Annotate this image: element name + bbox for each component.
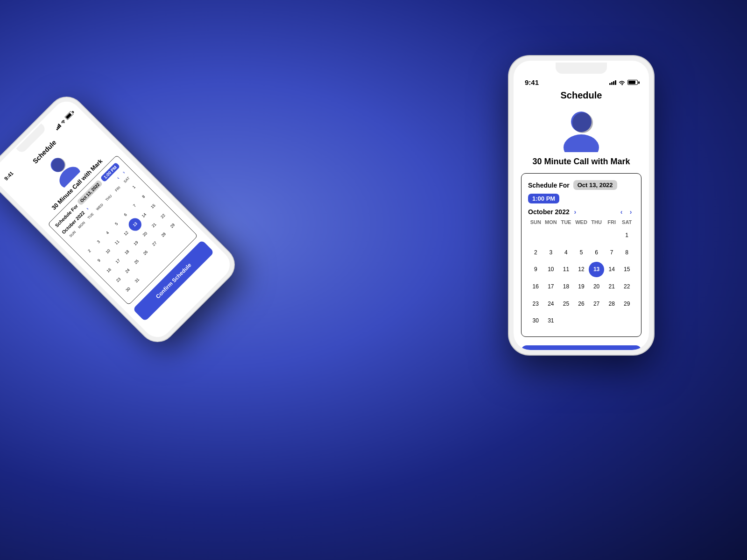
cal-cell-18-f[interactable]: 18 [558,279,574,294]
calendar-header-front: SUN MON TUE WED THU FRI SAT [528,219,634,225]
day-sat-f: SAT [619,219,634,225]
page-title-front: Schedule [561,90,602,101]
signal-icon [54,123,61,130]
avatar-front [558,105,605,152]
signal-icon-front [609,80,616,85]
cal-cell-31-f[interactable]: 31 [543,313,559,329]
cal-week-4-f: 16 17 18 19 20 21 22 [528,279,634,294]
cal-cell-28-f[interactable]: 28 [604,296,620,311]
avatar-icon-front [558,105,605,152]
day-sun-f: SUN [528,219,543,225]
phone-front: 9:41 Schedule [509,56,654,355]
cal-cell-11-f[interactable]: 11 [558,262,574,277]
day-thu-f: THU [589,219,604,225]
day-fri-f: FRI [604,219,620,225]
cal-cell-26-f[interactable]: 26 [574,296,589,311]
screen-front: 9:41 Schedule [514,61,649,350]
month-label-front: October 2022 [528,208,570,216]
cal-cell-16-f[interactable]: 16 [528,279,543,294]
cal-cell-2-f[interactable]: 2 [528,245,543,260]
svg-point-5 [572,112,593,133]
svg-point-4 [564,134,599,152]
cal-cell-25-f[interactable]: 25 [558,296,574,311]
date-badge-front[interactable]: Oct 13, 2022 [573,180,617,190]
status-time-front: 9:41 [525,78,539,86]
cal-cell-4-f[interactable]: 4 [558,245,574,260]
notch-front [556,63,607,74]
wifi-icon-front [618,79,626,85]
status-icons-front [609,79,638,85]
cal-cell-7-f[interactable]: 7 [604,245,620,260]
calendar-grid-front: SUN MON TUE WED THU FRI SAT [528,219,634,328]
cal-cell-5-f[interactable]: 5 [574,245,589,260]
cal-cell-20-f[interactable]: 20 [589,279,604,294]
cal-cell-29-f[interactable]: 29 [619,296,634,311]
cal-cell-19-f[interactable]: 19 [574,279,589,294]
month-forward-icon-front[interactable]: › [571,208,579,216]
month-label-area-front: October 2022 › [528,208,579,216]
cal-cell-15-f[interactable]: 15 [619,262,634,277]
phone-tilted: 9:41 Schedule [0,90,241,349]
call-title-front: 30 Minute Call with Mark [532,157,630,167]
cal-cell-1-f[interactable]: 1 [619,228,634,243]
wifi-icon [59,118,66,125]
confirm-schedule-button-front[interactable]: Confirm Schedule [521,345,641,350]
cal-cell-6-f[interactable]: 6 [589,245,604,260]
cal-cell-12-f[interactable]: 12 [574,262,589,277]
screen-tilted: 9:41 Schedule [0,96,236,343]
cal-week-3-f: 9 10 11 12 13 14 15 [528,262,634,277]
cal-cell-10-f[interactable]: 10 [543,262,559,277]
calendar-widget-front: Schedule For Oct 13, 2022 1:00 PM Octobe… [521,173,641,337]
cal-week-5-f: 23 24 25 26 27 28 29 [528,296,634,311]
cal-cell-8-f[interactable]: 8 [619,245,634,260]
day-mon-f: MON [543,219,559,225]
schedule-for-row-front: Schedule For Oct 13, 2022 1:00 PM [528,180,634,203]
app-content-front: Schedule 30 Minute Call with Mark Schedu… [514,88,649,350]
battery-icon-front [627,80,638,85]
cal-cell-14-f[interactable]: 14 [604,262,620,277]
cal-cell-24-f[interactable]: 24 [543,296,559,311]
schedule-for-label-front: Schedule For [528,182,570,189]
status-bar-front: 9:41 [514,74,649,88]
cal-cell-3-f[interactable]: 3 [543,245,559,260]
cal-week-2-f: 2 3 4 5 6 7 8 [528,245,634,260]
day-tue-f: TUE [558,219,574,225]
cal-cell-22-f[interactable]: 22 [619,279,634,294]
nav-arrows-front: ‹ › [618,208,634,216]
cal-cell-13-selected-f[interactable]: 13 [589,262,604,277]
time-badge-front[interactable]: 1:00 PM [528,194,559,203]
cal-cell-27-f[interactable]: 27 [589,296,604,311]
cal-week-6-f: 30 31 [528,313,634,329]
notch-area-front [514,61,649,74]
cal-cell-9-f[interactable]: 9 [528,262,543,277]
day-wed-f: WED [574,219,589,225]
cal-cell-30-f[interactable]: 30 [528,313,543,329]
cal-cell-23-f[interactable]: 23 [528,296,543,311]
cal-week-1-f: 1 [528,228,634,243]
prev-month-button-front[interactable]: ‹ [618,208,625,216]
month-nav-front: October 2022 › ‹ › [528,208,634,216]
cal-cell-17-f[interactable]: 17 [543,279,559,294]
next-month-button-front[interactable]: › [627,208,634,216]
cal-cell-21-f[interactable]: 21 [604,279,620,294]
